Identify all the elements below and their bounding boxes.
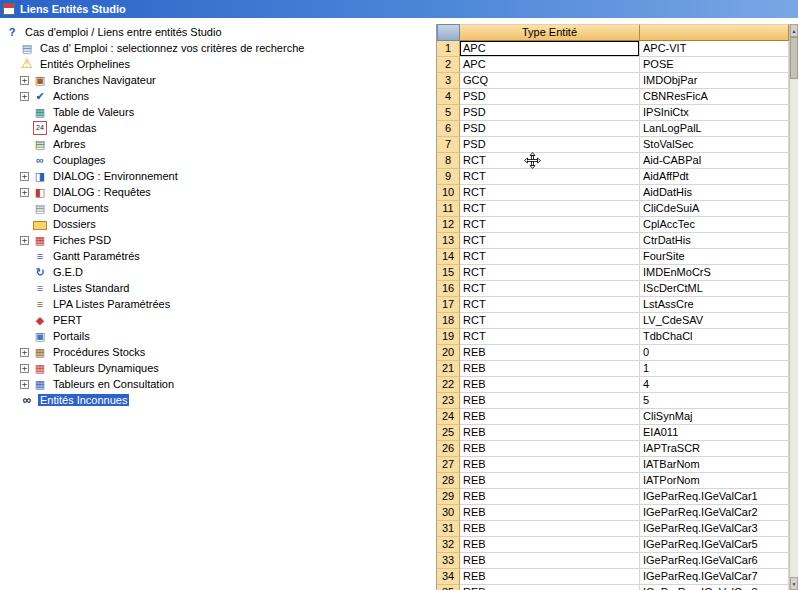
type-entite-cell[interactable]: PSD	[460, 105, 640, 121]
entity-name-cell[interactable]: TdbChaCl	[640, 329, 789, 345]
tree-item-entites-inconnues[interactable]: Entités Inconnues	[2, 392, 436, 408]
row-number-cell[interactable]: 24	[437, 409, 460, 425]
entity-name-cell[interactable]: IPSIniCtx	[640, 105, 789, 121]
entity-name-cell[interactable]: IGeParReq.IGeValCar5	[640, 537, 789, 553]
vertical-scrollbar[interactable]: ▲ ▼	[789, 24, 798, 590]
row-number-cell[interactable]: 33	[437, 553, 460, 569]
row-number-cell[interactable]: 11	[437, 201, 460, 217]
type-entite-cell[interactable]: REB	[460, 409, 640, 425]
entity-name-cell[interactable]: LanLogPalL	[640, 121, 789, 137]
tree-item-gantt-parametres[interactable]: Gantt Paramétrés	[2, 248, 436, 264]
tree-item-cas-emploi-criteres[interactable]: Cas d' Emploi : selectionnez vos critère…	[2, 40, 436, 56]
tree-item-cas-emploi-root[interactable]: Cas d'emploi / Liens entre entités Studi…	[2, 24, 436, 40]
type-entite-cell[interactable]: REB	[460, 457, 640, 473]
type-entite-cell[interactable]: RCT	[460, 281, 640, 297]
row-number-cell[interactable]: 2	[437, 57, 460, 73]
row-number-cell[interactable]: 27	[437, 457, 460, 473]
column-header-entity-name[interactable]	[640, 24, 789, 41]
row-number-cell[interactable]: 15	[437, 265, 460, 281]
entity-name-cell[interactable]: IGeParReq.IGeValCar1	[640, 489, 789, 505]
type-entite-cell[interactable]: RCT	[460, 185, 640, 201]
row-number-cell[interactable]: 17	[437, 297, 460, 313]
entity-name-cell[interactable]: IMDObjPar	[640, 73, 789, 89]
expander-icon[interactable]: +	[20, 172, 29, 181]
entity-name-cell[interactable]: IGeParReq.IGeValCar8	[640, 585, 789, 590]
entity-name-cell[interactable]: IScDerCtML	[640, 281, 789, 297]
entity-name-cell[interactable]: IGeParReq.IGeValCar2	[640, 505, 789, 521]
tree-item-entites-orphelines[interactable]: Entités Orphelines	[2, 56, 436, 72]
tree-item-couplages[interactable]: Couplages	[2, 152, 436, 168]
row-number-cell[interactable]: 10	[437, 185, 460, 201]
entity-name-cell[interactable]: 1	[640, 361, 789, 377]
tree-item-fiches-psd[interactable]: + Fiches PSD	[2, 232, 436, 248]
expander-icon[interactable]: +	[20, 92, 29, 101]
tree-item-agendas[interactable]: Agendas	[2, 120, 436, 136]
type-entite-cell[interactable]: REB	[460, 521, 640, 537]
tree-item-ged[interactable]: G.E.D	[2, 264, 436, 280]
type-entite-cell[interactable]: RCT	[460, 329, 640, 345]
row-number-cell[interactable]: 5	[437, 105, 460, 121]
tree-item-dossiers[interactable]: Dossiers	[2, 216, 436, 232]
type-entite-cell[interactable]: REB	[460, 489, 640, 505]
row-number-cell[interactable]: 1	[437, 41, 460, 57]
type-entite-cell[interactable]: PSD	[460, 137, 640, 153]
row-number-cell[interactable]: 19	[437, 329, 460, 345]
expander-icon[interactable]: +	[20, 188, 29, 197]
entity-name-cell[interactable]: POSE	[640, 57, 789, 73]
row-number-cell[interactable]: 26	[437, 441, 460, 457]
grid-corner-cell[interactable]	[437, 24, 460, 41]
type-entite-cell[interactable]: REB	[460, 473, 640, 489]
tree-item-dialog-requetes[interactable]: + DIALOG : Requêtes	[2, 184, 436, 200]
row-number-cell[interactable]: 9	[437, 169, 460, 185]
entity-name-cell[interactable]: CliCdeSuiA	[640, 201, 789, 217]
entity-name-cell[interactable]: AidAffPdt	[640, 169, 789, 185]
row-number-cell[interactable]: 23	[437, 393, 460, 409]
entity-name-cell[interactable]: 5	[640, 393, 789, 409]
row-number-cell[interactable]: 7	[437, 137, 460, 153]
tree-item-lpa-listes-parametrees[interactable]: LPA Listes Paramétrées	[2, 296, 436, 312]
type-entite-cell[interactable]: PSD	[460, 121, 640, 137]
row-number-cell[interactable]: 31	[437, 521, 460, 537]
entity-name-cell[interactable]: CplAccTec	[640, 217, 789, 233]
tree-item-dialog-environnement[interactable]: + DIALOG : Environnement	[2, 168, 436, 184]
type-entite-cell[interactable]: RCT	[460, 233, 640, 249]
row-number-cell[interactable]: 14	[437, 249, 460, 265]
type-entite-cell[interactable]: REB	[460, 361, 640, 377]
type-entite-cell[interactable]: REB	[460, 345, 640, 361]
entity-name-cell[interactable]: CliSynMaj	[640, 409, 789, 425]
row-number-cell[interactable]: 16	[437, 281, 460, 297]
row-number-cell[interactable]: 18	[437, 313, 460, 329]
type-entite-cell[interactable]: REB	[460, 569, 640, 585]
type-entite-cell[interactable]: REB	[460, 441, 640, 457]
row-number-cell[interactable]: 8	[437, 153, 460, 169]
tree-item-portails[interactable]: Portails	[2, 328, 436, 344]
entity-name-cell[interactable]: Aid-CABPal	[640, 153, 789, 169]
row-number-cell[interactable]: 3	[437, 73, 460, 89]
tree-item-pert[interactable]: PERT	[2, 312, 436, 328]
type-entite-cell[interactable]: REB	[460, 537, 640, 553]
type-entite-cell[interactable]: RCT	[460, 217, 640, 233]
tree-item-actions[interactable]: + Actions	[2, 88, 436, 104]
type-entite-cell[interactable]: PSD	[460, 89, 640, 105]
type-entite-cell[interactable]: RCT	[460, 201, 640, 217]
tree-item-tableurs-dynamiques[interactable]: + Tableurs Dynamiques	[2, 360, 436, 376]
row-number-cell[interactable]: 4	[437, 89, 460, 105]
row-number-cell[interactable]: 34	[437, 569, 460, 585]
row-number-cell[interactable]: 25	[437, 425, 460, 441]
type-entite-cell[interactable]: RCT	[460, 169, 640, 185]
type-entite-cell[interactable]: RCT	[460, 249, 640, 265]
tree-item-branches-navigateur[interactable]: + Branches Navigateur	[2, 72, 436, 88]
type-entite-cell[interactable]: REB	[460, 393, 640, 409]
expander-icon[interactable]: +	[20, 76, 29, 85]
entity-name-cell[interactable]: IATBarNom	[640, 457, 789, 473]
column-header-type-entite[interactable]: Type Entité	[460, 24, 640, 41]
entity-name-cell[interactable]: IAPTraSCR	[640, 441, 789, 457]
row-number-cell[interactable]: 6	[437, 121, 460, 137]
type-entite-cell[interactable]: REB	[460, 377, 640, 393]
row-number-cell[interactable]: 13	[437, 233, 460, 249]
entity-name-cell[interactable]: StoValSec	[640, 137, 789, 153]
tree-item-table-de-valeurs[interactable]: Table de Valeurs	[2, 104, 436, 120]
type-entite-cell[interactable]: REB	[460, 425, 640, 441]
entity-name-cell[interactable]: 4	[640, 377, 789, 393]
entity-name-cell[interactable]: CBNResFicA	[640, 89, 789, 105]
